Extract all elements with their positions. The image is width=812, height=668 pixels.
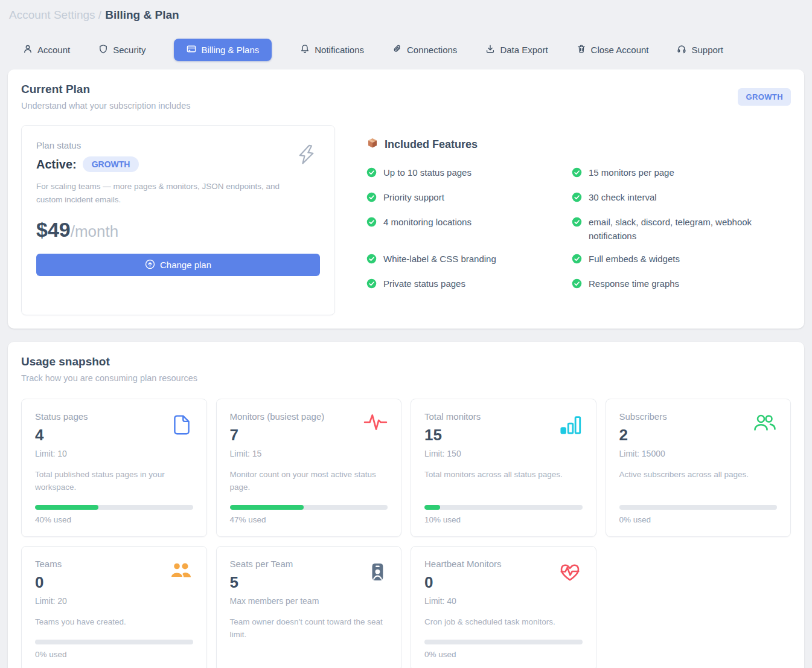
usage-progress: 0% used <box>619 494 778 524</box>
usage-percent-label: 0% used <box>35 650 193 659</box>
usage-progress: 40% used <box>35 494 193 524</box>
usage-description: Cron job & scheduled task monitors. <box>424 616 583 629</box>
breadcrumb-section[interactable]: Account Settings / <box>9 8 101 21</box>
feature-item: Up to 10 status pages <box>366 166 572 181</box>
price-amount: $49 <box>36 218 71 241</box>
tab-security[interactable]: Security <box>98 39 145 61</box>
tab-support[interactable]: Support <box>677 39 723 61</box>
usage-card-status-pages: Status pages 4 Limit: 10 Total published… <box>21 399 207 537</box>
usage-grid: Status pages 4 Limit: 10 Total published… <box>21 399 791 668</box>
progress-track <box>424 640 583 644</box>
document-icon <box>170 413 193 439</box>
arrow-up-circle-icon <box>145 259 155 271</box>
usage-limit: Limit: 40 <box>424 596 583 606</box>
feature-item: 4 monitoring locations <box>366 216 572 242</box>
usage-description: Team owner doesn't count toward the seat… <box>230 616 388 641</box>
current-plan-header: Current Plan Understand what your subscr… <box>21 83 791 111</box>
users-filled-icon <box>169 560 193 584</box>
usage-title: Usage snapshot <box>21 355 791 368</box>
usage-card-monitors-busiest: Monitors (busiest page) 7 Limit: 15 Moni… <box>216 399 402 537</box>
check-circle-icon <box>366 216 377 231</box>
progress-track <box>424 505 583 510</box>
change-plan-button[interactable]: Change plan <box>36 254 320 276</box>
usage-percent-label: 40% used <box>35 515 193 524</box>
usage-subtitle: Track how you are consuming plan resourc… <box>21 373 791 383</box>
usage-description: Total monitors across all status pages. <box>424 469 583 481</box>
usage-card-teams: Teams 0 Limit: 20 Teams you have created… <box>21 546 207 668</box>
users-outline-icon <box>753 413 777 437</box>
usage-description: Total published status pages in your wor… <box>35 469 193 494</box>
heart-pulse-icon <box>557 560 583 585</box>
progress-track <box>619 505 778 510</box>
tab-account[interactable]: Account <box>23 39 70 61</box>
tab-label: Connections <box>407 45 457 55</box>
tab-label: Close Account <box>591 45 649 55</box>
usage-value: 15 <box>424 426 583 445</box>
included-features: Included Features Up to 10 status pages … <box>366 125 791 315</box>
feature-text: Up to 10 status pages <box>383 166 472 179</box>
check-circle-icon <box>572 216 582 231</box>
usage-snapshot-card: Usage snapshot Track how you are consumi… <box>8 342 804 668</box>
feature-grid: Up to 10 status pages 15 monitors per pa… <box>366 166 791 292</box>
check-circle-icon <box>572 277 582 292</box>
shield-icon <box>98 44 108 56</box>
usage-grid-empty-cell <box>606 546 791 668</box>
tab-bar: Account Security Billing & Plans Notific… <box>23 39 804 61</box>
included-features-header: Included Features <box>366 137 791 152</box>
usage-label: Status pages <box>35 411 193 422</box>
feature-item: Priority support <box>366 191 572 206</box>
usage-limit: Limit: 150 <box>424 449 583 458</box>
tab-billing-plans[interactable]: Billing & Plans <box>174 39 272 61</box>
usage-limit: Limit: 15 <box>230 449 388 458</box>
usage-progress: 0% used <box>35 629 193 659</box>
tab-label: Account <box>37 45 70 55</box>
billing-page: Account Settings /Billing & Plan Account… <box>0 0 812 668</box>
feature-text: Priority support <box>383 191 444 204</box>
current-plan-body: Plan status Active: GROWTH For scaling t… <box>21 125 791 315</box>
feature-text: Full embeds & widgets <box>589 252 680 266</box>
feature-item: Private status pages <box>366 277 572 292</box>
tab-connections[interactable]: Connections <box>392 39 457 61</box>
feature-text: Response time graphs <box>589 277 679 291</box>
tab-label: Support <box>691 45 723 55</box>
usage-label: Total monitors <box>424 411 583 422</box>
change-plan-label: Change plan <box>160 260 211 270</box>
usage-progress: 10% used <box>424 494 583 524</box>
bar-chart-icon <box>560 413 583 439</box>
usage-progress: 0% used <box>424 629 583 659</box>
usage-limit: Limit: 15000 <box>619 449 778 458</box>
link-icon <box>392 44 402 56</box>
trash-icon <box>577 44 586 56</box>
plan-status-card: Plan status Active: GROWTH For scaling t… <box>21 125 335 315</box>
check-circle-icon <box>572 166 582 181</box>
tab-notifications[interactable]: Notifications <box>300 39 364 61</box>
usage-card-seats-per-team: Seats per Team 5 Max members per team Te… <box>216 546 402 668</box>
check-circle-icon <box>572 252 582 268</box>
bell-icon <box>300 44 310 56</box>
check-circle-icon <box>366 252 377 268</box>
current-plan-card: Current Plan Understand what your subscr… <box>8 69 804 329</box>
current-plan-subtitle: Understand what your subscription includ… <box>21 101 190 111</box>
plan-status-row: Active: GROWTH <box>36 156 320 172</box>
check-circle-icon <box>366 277 377 292</box>
plan-price: $49/month <box>36 218 320 242</box>
tab-close-account[interactable]: Close Account <box>577 39 649 61</box>
tab-label: Billing & Plans <box>201 45 259 55</box>
feature-text: email, slack, discord, telegram, webhook… <box>589 216 776 242</box>
check-circle-icon <box>572 191 582 206</box>
usage-percent-label: 0% used <box>619 515 778 524</box>
pulse-icon <box>363 413 388 434</box>
progress-track <box>35 505 193 510</box>
price-period: /month <box>71 222 119 240</box>
feature-item: Response time graphs <box>572 277 791 292</box>
check-circle-icon <box>366 191 377 206</box>
feature-item: 15 monitors per page <box>572 166 791 181</box>
usage-card-heartbeat-monitors: Heartbeat Monitors 0 Limit: 40 Cron job … <box>411 546 596 668</box>
tab-data-export[interactable]: Data Export <box>485 39 548 61</box>
progress-fill <box>35 505 98 510</box>
feature-text: Private status pages <box>383 277 465 291</box>
usage-percent-label: 0% used <box>424 650 583 659</box>
tab-label: Data Export <box>500 45 548 55</box>
plan-status-value: Active: <box>36 158 77 172</box>
feature-text: 4 monitoring locations <box>383 216 472 229</box>
